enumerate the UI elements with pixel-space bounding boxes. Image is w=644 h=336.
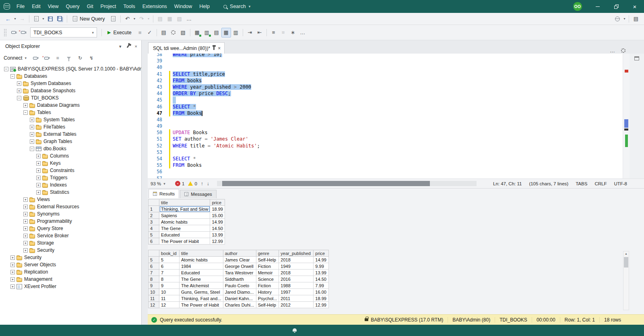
expand-icon[interactable]: + [23,234,28,238]
tree-item-dbo-books[interactable]: −dbo.Books [0,145,141,152]
grid-cell[interactable]: Sapiens [159,212,210,219]
tree-item-system-tables[interactable]: +System Tables [0,116,141,123]
editor-line[interactable]: 51SET author = 'James Clear' [148,136,623,142]
row-header[interactable]: 12 [149,302,159,308]
grid-cell[interactable]: 2016 [279,276,314,282]
cancel-query-icon[interactable]: ■ [135,28,145,37]
tree-item-statistics[interactable]: +Statistics [0,189,141,196]
connect-icon[interactable] [8,28,18,37]
tree-item-external-resources[interactable]: +External Resources [0,203,141,210]
row-header[interactable]: 10 [149,289,159,295]
grid-cell[interactable]: 9 [159,282,180,289]
live-stats-icon[interactable]: ▥ [202,28,212,37]
grid-cell[interactable]: Atomic habits [159,219,210,225]
expand-icon[interactable]: + [23,226,28,231]
expand-icon[interactable]: + [10,263,15,267]
column-header-year-published[interactable]: year_published [279,250,314,257]
expand-icon[interactable]: + [30,125,34,129]
execute-button[interactable]: ▶ Execute [104,27,135,37]
expand-icon[interactable]: + [17,81,21,86]
editor-line[interactable]: 54SELECT * [148,156,623,162]
menu-extensions[interactable]: Extensions [139,0,171,13]
tree-item-database-snapshots[interactable]: +Database Snapshots [0,87,141,94]
expand-icon[interactable]: + [23,219,28,224]
tree-item-server-objects[interactable]: +Server Objects [0,261,141,268]
grid-cell[interactable]: Fiction [256,282,279,289]
results-to-file-icon[interactable]: ▥ [231,28,241,37]
expand-icon[interactable]: + [23,197,28,202]
grid-cell[interactable]: Educated [159,232,210,238]
tree-item-indexes[interactable]: +Indexes [0,181,141,189]
menu-tools[interactable]: Tools [120,0,139,13]
tree-item-external-tables[interactable]: +External Tables [0,131,141,138]
grid-cell[interactable]: Memoir [256,270,279,276]
tree-item-constraints[interactable]: +Constraints [0,167,141,174]
grid-cell[interactable]: 18.99 [210,206,225,212]
feedback-icon[interactable]: ▧ [175,14,184,24]
connect-object-icon[interactable] [31,54,39,62]
editor-line[interactable]: 56 [148,168,623,175]
tree-item-tdi-books[interactable]: −TDI_BOOKS [0,94,141,102]
row-header[interactable]: 9 [149,282,159,289]
row-header[interactable]: 11 [149,295,159,302]
editor-line[interactable]: 38WHERE price > 10; [148,54,623,58]
grid-cell[interactable]: Self-Help [256,257,279,263]
row-header[interactable]: 1 [149,206,159,212]
outdent-icon[interactable]: ⇤ [255,28,264,37]
tree-item-filetables[interactable]: +FileTables [0,123,141,131]
change-connection-icon[interactable] [18,28,28,37]
column-header-author[interactable]: author [223,250,256,257]
grid-cell[interactable]: The Power of Habit [180,302,223,308]
grid-cell[interactable]: History [256,289,279,295]
editor-line[interactable]: 41SELECT title,price [148,71,623,77]
pin-icon[interactable] [128,44,129,49]
restore-button[interactable] [607,0,625,13]
grid-cell[interactable]: Thinking, Fast and... [180,295,223,302]
tree-item-keys[interactable]: +Keys [0,160,141,167]
grid-cell[interactable]: Jared Diamo... [223,289,256,295]
grid-cell[interactable]: 16.00 [314,289,329,295]
row-header[interactable]: 5 [149,257,159,263]
grid-cell[interactable]: The Power of Habit [159,238,210,245]
undo-dropdown[interactable]: ▾ [132,14,137,24]
grid-cell[interactable]: 2012 [279,302,314,308]
tab-results[interactable]: Results [149,189,179,198]
editor-line[interactable]: 48 [148,116,623,123]
expand-icon[interactable]: + [30,139,34,144]
prev-issue-icon[interactable]: ↑ [201,181,203,187]
expand-icon[interactable]: + [10,255,15,260]
grid-cell[interactable]: Self-Help [256,302,279,308]
toolbar-overflow-icon[interactable]: … [184,14,194,24]
grid-cell[interactable]: Daniel Kahn... [223,295,256,302]
row-header[interactable]: 6 [149,238,159,245]
refresh-icon[interactable]: ↻ [76,54,84,62]
properties-window-icon[interactable]: ▤ [631,14,641,24]
row-header[interactable]: 8 [149,276,159,282]
editor-line[interactable]: 50UPDATE Books [148,129,623,136]
grid-cell[interactable]: 2018 [279,270,314,276]
menu-git[interactable]: Git [83,0,97,13]
tree-item-columns[interactable]: +Columns [0,152,141,160]
grid-cell[interactable]: George Orwell [223,263,256,270]
next-issue-icon[interactable]: ↓ [207,181,209,187]
tree-item-programmability[interactable]: +Programmability [0,218,141,225]
editor-line[interactable]: 57 [148,175,623,178]
grid-corner-cell[interactable] [149,199,159,206]
grid-cell[interactable]: The Gene [180,276,223,282]
row-header[interactable]: 4 [149,225,159,232]
back-history-dropdown[interactable]: ▾ [13,14,17,24]
grid-cell[interactable]: Paulo Coeto [223,282,256,289]
row-header[interactable]: 3 [149,219,159,225]
column-header-genre[interactable]: genre [256,250,279,257]
editor-line[interactable]: 53 [148,149,623,156]
tree-item-replication[interactable]: +Replication [0,268,141,276]
grid-cell[interactable]: Psychol... [256,295,279,302]
grid-cell[interactable]: 7 [159,270,180,276]
tree-item-query-store[interactable]: +Query Store [0,225,141,232]
expand-icon[interactable]: + [36,154,41,158]
menu-query[interactable]: Query [62,0,83,13]
available-databases-combo[interactable]: TDI_BOOKS ▾ [30,27,97,37]
row-header[interactable]: 7 [149,270,159,276]
editor-line[interactable]: 47FROM Books [148,110,623,116]
tree-item-views[interactable]: +Views [0,196,141,203]
